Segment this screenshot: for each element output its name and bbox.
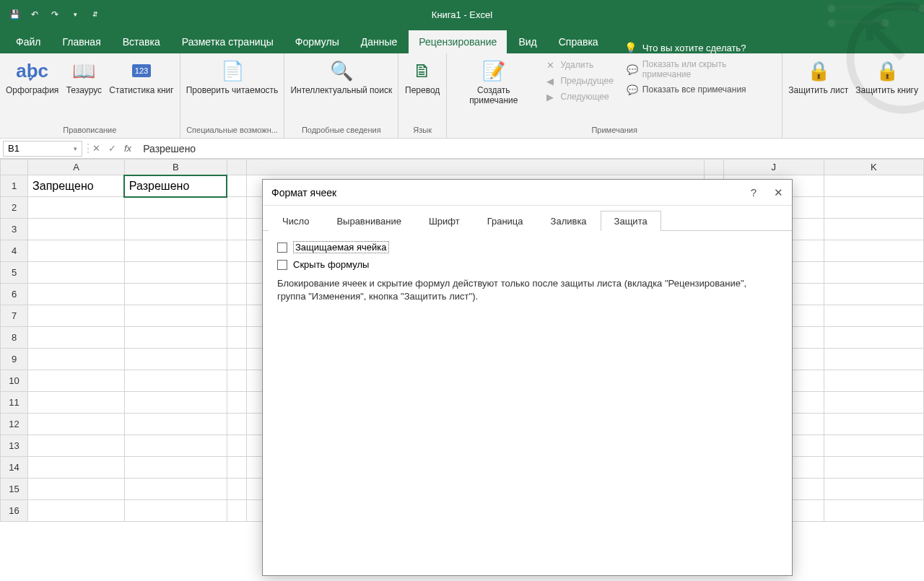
row-header[interactable]: 16 [1,500,28,522]
protect-sheet-icon: 🔒 [807,58,830,84]
row-header[interactable]: 5 [1,262,28,284]
tell-me-text: Что вы хотите сделать? [642,43,746,53]
col-header-j[interactable]: J [724,160,824,175]
smart-lookup-button[interactable]: 🔍 Интеллектуальный поиск [290,58,392,95]
formula-input[interactable]: Разрешено [136,143,924,154]
dlg-tab-fill[interactable]: Заливка [537,211,601,231]
protect-book-icon: 🔒 [876,58,899,84]
locked-checkbox[interactable]: Защищаемая ячейка [277,241,777,253]
dialog-close-icon[interactable]: ✕ [774,186,783,199]
checkbox-icon [277,260,287,270]
fx-icon[interactable]: fx [120,143,136,154]
group-access-label: Специальные возможн... [186,126,279,136]
group-lang-label: Язык [404,126,440,136]
col-header[interactable] [227,160,247,175]
protection-note: Блокирование ячеек и скрытие формул дейс… [277,277,777,303]
save-icon[interactable]: 💾 [6,6,23,23]
showhide-comment-button: 💬Показать или скрыть примечание [624,58,776,81]
accessibility-button[interactable]: 📄 Проверить читаемость [186,58,279,95]
dlg-tab-font[interactable]: Шрифт [415,211,474,231]
showall-comments-button[interactable]: 💬Показать все примечания [624,82,776,97]
col-header-b[interactable]: B [124,160,227,175]
row-header[interactable]: 15 [1,479,28,500]
dialog-help-icon[interactable]: ? [751,186,757,199]
row-header[interactable]: 12 [1,414,28,435]
dlg-tab-protect[interactable]: Защита [601,211,661,231]
col-header-k[interactable]: K [824,160,923,175]
row-header[interactable]: 7 [1,305,28,327]
row-header[interactable]: 6 [1,284,28,305]
tell-me[interactable]: 💡 Что вы хотите сделать? [624,42,746,53]
tab-home[interactable]: Главная [52,30,110,53]
tab-view[interactable]: Вид [508,30,546,53]
protect-sheet-button[interactable]: 🔒 Защитить лист [788,58,848,95]
undo-icon[interactable]: ↶ [26,6,43,23]
group-spelling-label: Правописание [6,126,174,136]
row-header[interactable]: 8 [1,327,28,349]
formula-bar: B1 ⋮ ✕ ✓ fx Разрешено [0,139,924,159]
row-header[interactable]: 9 [1,349,28,370]
touch-mode-icon[interactable]: ⇵ [87,6,104,23]
dialog-tabs: Число Выравнивание Шрифт Граница Заливка… [263,206,792,231]
thesaurus-icon: 📖 [72,58,95,84]
format-cells-dialog: Формат ячеек ? ✕ Число Выравнивание Шриф… [262,179,793,576]
thesaurus-button[interactable]: 📖 Тезаурус [66,58,102,95]
accessibility-icon: 📄 [221,58,244,84]
group-insights-label: Подробные сведения [290,126,392,136]
tab-review[interactable]: Рецензирование [409,30,507,53]
protect-book-button[interactable]: 🔒 Защитить книгу [855,58,918,95]
checkbox-icon [277,243,287,253]
delete-comment-button: ✕Удалить [541,58,616,72]
dlg-tab-number[interactable]: Число [269,211,323,231]
translate-button[interactable]: 🗎 Перевод [404,58,440,95]
prev-icon: ◀ [544,75,556,87]
translate-icon: 🗎 [413,58,432,84]
prev-comment-button: ◀Предыдущее [541,74,616,88]
showhide-icon: 💬 [627,64,638,75]
tab-insert[interactable]: Вставка [113,30,170,53]
delete-icon: ✕ [544,59,556,71]
tab-layout[interactable]: Разметка страницы [172,30,284,53]
spelling-button[interactable]: abc✓ Орфография [6,58,58,95]
name-box[interactable]: B1 [3,141,82,157]
col-header[interactable] [247,160,704,175]
search-icon: 🔍 [330,58,353,84]
next-comment-button: ▶Следующее [541,89,616,104]
ribbon-tabs: Файл Главная Вставка Разметка страницы Ф… [0,29,924,53]
dlg-tab-align[interactable]: Выравнивание [323,211,414,231]
tab-formulas[interactable]: Формулы [285,30,349,53]
tab-data[interactable]: Данные [351,30,408,53]
ribbon: abc✓ Орфография 📖 Тезаурус 123 Статистик… [0,53,924,139]
cancel-formula-icon[interactable]: ✕ [88,143,104,154]
spelling-icon: abc✓ [16,58,48,84]
redo-icon[interactable]: ↷ [46,6,64,23]
enter-formula-icon[interactable]: ✓ [104,143,120,154]
cell-a1[interactable]: Запрещено [28,175,125,197]
dlg-tab-border[interactable]: Граница [474,211,537,231]
col-header-a[interactable]: A [28,160,125,175]
col-header[interactable] [704,160,724,175]
stats-icon: 123 [132,58,151,84]
row-header[interactable]: 1 [1,175,28,197]
customize-icon[interactable]: ▾ [66,6,84,23]
dialog-title: Формат ячеек [271,187,336,198]
title-bar: 💾 ↶ ↷ ▾ ⇵ Книга1 - Excel [0,0,924,29]
tab-help[interactable]: Справка [549,30,609,53]
hidden-checkbox[interactable]: Скрыть формулы [277,259,777,270]
new-comment-button[interactable]: 📝 Создать примечание [453,58,534,106]
row-header[interactable]: 4 [1,240,28,262]
next-icon: ▶ [544,91,556,102]
select-all[interactable] [1,160,28,175]
bulb-icon: 💡 [624,42,637,53]
cell-b1[interactable]: Разрешено [124,175,227,197]
row-header[interactable]: 3 [1,219,28,240]
row-header[interactable]: 2 [1,197,28,219]
tab-file[interactable]: Файл [6,30,51,53]
showall-icon: 💬 [627,84,638,95]
row-header[interactable]: 14 [1,457,28,479]
row-header[interactable]: 11 [1,392,28,414]
row-header[interactable]: 13 [1,435,28,457]
window-title: Книга1 - Excel [432,9,492,20]
stats-button[interactable]: 123 Статистика книг [109,58,173,95]
row-header[interactable]: 10 [1,370,28,392]
